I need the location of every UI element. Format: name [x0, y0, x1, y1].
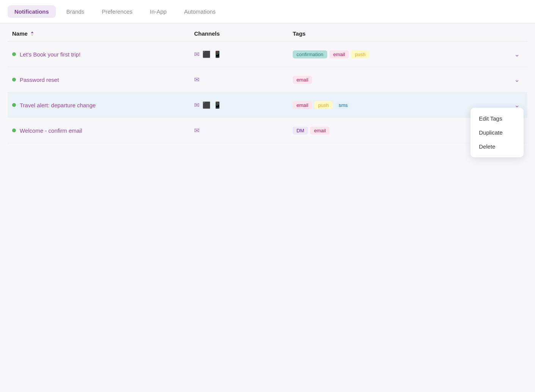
row1-name-text[interactable]: Let's Book your first trip! — [20, 51, 80, 58]
tag-email[interactable]: email — [293, 76, 312, 84]
row3-name-col: Travel alert: departure change — [12, 102, 194, 108]
col-header-name-label: Name — [12, 30, 28, 37]
row3-channels: ✉ ⬛ 📱 — [194, 101, 293, 109]
tab-brands[interactable]: Brands — [60, 5, 91, 18]
table-row: Welcome - confirm email ✉ DM email ⌄ — [8, 118, 527, 143]
top-nav: Notifications Brands Preferences In-App … — [0, 0, 535, 24]
row3-name-text[interactable]: Travel alert: departure change — [20, 102, 96, 108]
context-menu: Edit Tags Duplicate Delete — [471, 108, 524, 157]
tag-email[interactable]: email — [293, 101, 312, 109]
dropdown-edit-tags[interactable]: Edit Tags — [471, 111, 524, 125]
email-icon: ✉ — [194, 127, 199, 135]
row1-channels: ✉ ⬛ 📱 — [194, 50, 293, 58]
tag-sms[interactable]: sms — [335, 101, 351, 109]
tab-automations[interactable]: Automations — [177, 5, 222, 18]
dropdown-delete[interactable]: Delete — [471, 140, 524, 154]
tab-in-app[interactable]: In-App — [143, 5, 173, 18]
row1-name-col: Let's Book your first trip! — [12, 51, 194, 58]
row2-status-dot — [12, 78, 16, 82]
col-header-tags: Tags — [293, 30, 523, 37]
email-icon: ✉ — [194, 101, 199, 109]
row-wrapper-1: Let's Book your first trip! ✉ ⬛ 📱 confir… — [8, 42, 527, 67]
row-wrapper-4: Welcome - confirm email ✉ DM email ⌄ — [8, 118, 527, 143]
table-row: Let's Book your first trip! ✉ ⬛ 📱 confir… — [8, 42, 527, 67]
mobile-icon: 📱 — [213, 50, 221, 58]
row-wrapper-3: Travel alert: departure change ✉ ⬛ 📱 ema… — [8, 93, 527, 118]
tab-preferences[interactable]: Preferences — [95, 5, 139, 18]
row1-chevron-button[interactable]: ⌄ — [511, 49, 523, 60]
dropdown-duplicate[interactable]: Duplicate — [471, 125, 524, 140]
table-row: Password reset ✉ email ⌄ — [8, 67, 527, 93]
row-wrapper-2: Password reset ✉ email ⌄ — [8, 67, 527, 93]
email-icon: ✉ — [194, 76, 199, 84]
tag-push[interactable]: push — [351, 50, 369, 58]
row4-channels: ✉ — [194, 127, 293, 135]
row1-tags: confirmation email push — [293, 50, 511, 58]
sort-icon — [30, 31, 35, 36]
row2-chevron-button[interactable]: ⌄ — [511, 74, 523, 85]
tag-dm[interactable]: DM — [293, 127, 308, 135]
row4-status-dot — [12, 129, 16, 132]
row2-channels: ✉ — [194, 76, 293, 84]
row2-name-text[interactable]: Password reset — [20, 77, 59, 83]
email-icon: ✉ — [194, 50, 199, 58]
tag-email[interactable]: email — [329, 50, 349, 58]
table-row: Travel alert: departure change ✉ ⬛ 📱 ema… — [8, 93, 527, 118]
row4-name-text[interactable]: Welcome - confirm email — [20, 127, 82, 134]
desktop-icon: ⬛ — [202, 50, 210, 58]
col-header-name[interactable]: Name — [12, 30, 194, 37]
row2-name-col: Password reset — [12, 77, 194, 83]
row4-name-col: Welcome - confirm email — [12, 127, 194, 134]
desktop-icon: ⬛ — [202, 101, 210, 109]
notifications-table: Name Channels Tags Let's Book your first… — [0, 24, 535, 143]
row2-tags: email — [293, 76, 511, 84]
table-header: Name Channels Tags — [8, 24, 527, 42]
row3-status-dot — [12, 103, 16, 107]
col-header-channels: Channels — [194, 30, 293, 37]
tag-push[interactable]: push — [314, 101, 333, 109]
tag-email[interactable]: email — [310, 127, 329, 135]
tag-confirmation[interactable]: confirmation — [293, 50, 327, 58]
mobile-icon: 📱 — [213, 101, 221, 109]
row1-status-dot — [12, 52, 16, 56]
tab-notifications[interactable]: Notifications — [8, 5, 56, 18]
